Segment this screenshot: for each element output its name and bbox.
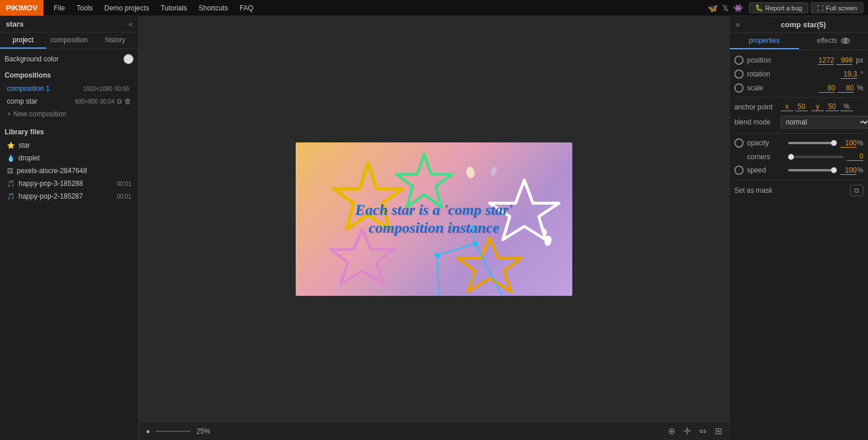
move-arrows-icon[interactable]: ⇔ — [699, 426, 707, 437]
comp-meta-2: 800×800 — [75, 98, 98, 105]
move-icon[interactable]: ✛ — [683, 426, 691, 437]
divider-1 — [734, 97, 863, 98]
anchor-unit: % — [840, 102, 853, 111]
tab-composition[interactable]: composition — [46, 32, 93, 49]
anchor-x-value[interactable]: 50 — [795, 102, 808, 111]
tab-history[interactable]: history — [92, 32, 138, 49]
audio-icon-1: 🎵 — [7, 180, 15, 188]
position-x-value[interactable]: 1272 — [818, 56, 834, 65]
rotation-row: rotation 19,3 ° — [734, 69, 863, 79]
opacity-row: opacity 100 % — [734, 138, 863, 148]
scale-x-value[interactable]: 80 — [819, 84, 835, 93]
bluesky-icon[interactable]: 🦋 — [708, 3, 718, 13]
tab-properties[interactable]: properties — [730, 33, 799, 49]
opacity-slider-track[interactable] — [788, 142, 837, 144]
rotation-icon[interactable] — [734, 69, 744, 79]
left-panel: stars « project composition history Back… — [0, 16, 139, 440]
speed-value[interactable]: 100 — [840, 166, 856, 175]
speed-slider-fill — [788, 169, 837, 171]
canvas-text-overlay: Each star is a 'comp star' composition i… — [310, 201, 558, 237]
tab-project[interactable]: project — [0, 32, 46, 49]
tab-effects[interactable]: effects 2 — [799, 33, 869, 49]
anchor-xy-values: x 50 y 50 % — [781, 102, 863, 111]
rotation-value[interactable]: 19,3 — [841, 70, 857, 79]
collapse-left-button[interactable]: « — [128, 20, 133, 28]
position-icon[interactable] — [734, 56, 744, 65]
compositions-title: Compositions — [5, 71, 134, 79]
bg-color-label: Background color — [5, 55, 58, 63]
blend-mode-row: blend mode normal multiply screen overla… — [734, 116, 863, 129]
lib-item-audio1[interactable]: 🎵 happy-pop-3-185288 00:01 — [5, 178, 134, 189]
full-screen-button[interactable]: ⛶ Full screen — [811, 2, 863, 13]
right-panel-title: comp star(5) — [745, 20, 862, 29]
lib-item-droplet[interactable]: 💧 droplet — [5, 152, 134, 164]
audio-icon-2: 🎵 — [7, 193, 15, 200]
composition-item-1[interactable]: composition 1 1920×1080 00:06 — [5, 83, 134, 94]
properties-panel: position 1272 998 px rotation 19,3 ° — [730, 50, 868, 440]
image-icon: 🖼 — [7, 167, 13, 174]
menu-tutorials[interactable]: Tutorials — [155, 0, 193, 16]
speed-label: speed — [747, 166, 785, 174]
menu-tools[interactable]: Tools — [71, 0, 98, 16]
set-as-mask-button[interactable]: ⧉ — [850, 185, 863, 196]
lib-item-star[interactable]: ⭐ star — [5, 140, 134, 151]
center-area: Each star is a 'comp star' composition i… — [139, 16, 729, 440]
reddit-icon[interactable]: 👾 — [733, 3, 743, 13]
twitter-icon[interactable]: 𝕏 — [722, 3, 729, 13]
speed-unit: % — [857, 166, 863, 174]
menu-shortcuts[interactable]: Shortcuts — [193, 0, 234, 16]
anchor-x-part: x 50 — [781, 102, 808, 111]
comp-duration-1: 00:06 — [115, 86, 129, 92]
scale-icon[interactable] — [734, 83, 744, 93]
speed-row: speed 100 % — [734, 166, 863, 175]
grid-icon[interactable]: ⊞ — [715, 426, 722, 437]
menu-demo-projects[interactable]: Demo projects — [98, 0, 155, 16]
corners-value[interactable]: 0 — [847, 152, 863, 161]
scale-y-value[interactable]: 80 — [837, 84, 854, 93]
fullscreen-icon: ⛶ — [817, 5, 823, 12]
plus-icon: + — [7, 110, 11, 118]
zoom-level: 25% — [196, 427, 210, 435]
anchor-y-value[interactable]: 50 — [826, 102, 838, 111]
comp-name-2: comp star — [7, 97, 75, 105]
lib-name-audio1: happy-pop-3-185288 — [19, 179, 113, 188]
menu-file[interactable]: File — [48, 0, 71, 16]
composition-item-2[interactable]: comp star 800×800 00:04 ⧉ 🗑 — [5, 96, 134, 107]
opacity-value[interactable]: 100 — [840, 139, 856, 148]
report-bug-button[interactable]: 🐛 Report a bug — [749, 2, 809, 13]
zoom-slider-handle[interactable]: ● — [146, 427, 150, 435]
canvas-tools: ⊕ ✛ ⇔ ⊞ — [668, 426, 722, 437]
corners-slider-thumb[interactable] — [788, 154, 794, 160]
panel-tabs: project composition history — [0, 32, 138, 49]
opacity-icon[interactable] — [734, 138, 744, 148]
app-logo: PIKIMOV — [0, 0, 43, 16]
crosshair-icon[interactable]: ⊕ — [668, 426, 675, 437]
anchor-point-label: anchor point — [734, 103, 781, 111]
scale-row: scale 80 80 % — [734, 83, 863, 93]
lib-name-image: pexels-alscre-2847648 — [17, 167, 131, 175]
blend-mode-select[interactable]: normal multiply screen overlay — [781, 116, 868, 129]
duplicate-comp-button[interactable]: ⧉ — [117, 97, 122, 105]
svg-point-0 — [465, 166, 475, 178]
position-row: position 1272 998 px — [734, 56, 863, 65]
menu-faq[interactable]: FAQ — [234, 0, 259, 16]
lib-item-image[interactable]: 🖼 pexels-alscre-2847648 — [5, 165, 134, 177]
shape-icon: ⭐ — [7, 142, 15, 149]
position-y-value[interactable]: 998 — [836, 56, 852, 65]
library-title: Library files — [5, 128, 134, 136]
speed-slider-track[interactable] — [788, 169, 837, 171]
right-panel: » comp star(5) properties effects 2 posi… — [729, 16, 868, 440]
speed-icon[interactable] — [734, 166, 744, 175]
corners-slider-track[interactable] — [788, 156, 844, 158]
comp-actions: ⧉ 🗑 — [117, 97, 131, 105]
new-composition-button[interactable]: + New composition — [5, 108, 134, 120]
bg-color-swatch[interactable] — [123, 54, 134, 64]
speed-slider-thumb[interactable] — [831, 167, 837, 173]
panel-content: Background color Compositions compositio… — [0, 49, 138, 440]
expand-right-button[interactable]: » — [735, 20, 740, 29]
delete-comp-button[interactable]: 🗑 — [124, 97, 131, 105]
lib-item-audio2[interactable]: 🎵 happy-pop-2-185287 00:01 — [5, 190, 134, 202]
scale-unit: % — [857, 84, 863, 93]
anchor-y-part: y 50 % — [811, 102, 853, 111]
opacity-slider-thumb[interactable] — [831, 140, 837, 146]
